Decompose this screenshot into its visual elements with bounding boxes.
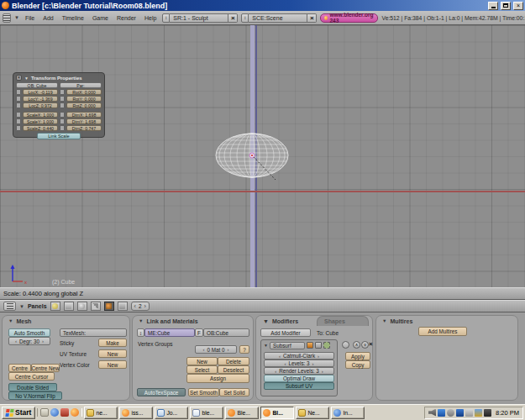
lock-toggle[interactable]	[16, 112, 21, 118]
panel-collapse-icon[interactable]: ▼	[382, 318, 386, 323]
show-desktop-icon[interactable]	[40, 408, 49, 417]
multires-panel-header[interactable]: ▼ Multires	[376, 316, 517, 326]
ie-quicklaunch-icon[interactable]	[50, 408, 59, 417]
vgroup-new-button[interactable]: New	[186, 357, 218, 365]
panel-collapse-icon[interactable]: ▼	[139, 318, 143, 323]
scene-browse-button[interactable]: ↕	[241, 13, 249, 23]
locz-field[interactable]: LocZ: 0.972	[23, 102, 58, 108]
collapse-menu-icon[interactable]: ▼	[14, 15, 19, 20]
scene-delete-button[interactable]: ×	[307, 13, 317, 23]
media-quicklaunch-icon[interactable]	[60, 408, 69, 417]
buttons-tab-stepper[interactable]: 2	[131, 302, 150, 311]
menu-game[interactable]: Game	[90, 15, 111, 21]
locy-field[interactable]: LocY: -1.369	[23, 96, 58, 102]
menu-add[interactable]: Add	[40, 15, 55, 21]
blender-version-badge[interactable]: www.blender.org 243	[320, 13, 378, 23]
lock-toggle[interactable]	[16, 96, 21, 102]
subdivided-sphere-wireframe[interactable]	[210, 128, 294, 191]
task-button[interactable]: Jo...	[155, 407, 188, 419]
ob-name-field[interactable]: OB: Cube	[16, 82, 58, 88]
optimal-draw-toggle[interactable]: Optimal Draw	[264, 375, 334, 382]
vgroup-assign-button[interactable]: Assign	[186, 374, 249, 383]
transform-properties-panel[interactable]: × ▼ Transform Properties OB: Cube Par: L…	[13, 72, 105, 138]
lock-toggle[interactable]	[60, 102, 65, 108]
vgroup-select-button[interactable]: Select	[186, 365, 218, 374]
lock-toggle[interactable]	[60, 118, 65, 124]
set-smooth-button[interactable]: Set Smooth	[188, 388, 219, 396]
no-vnormal-flip-toggle[interactable]: No V.Normal Flip	[8, 391, 62, 400]
degr-stepper[interactable]: Degr: 30	[8, 337, 50, 345]
rotz-field[interactable]: RotZ: 0.000	[66, 102, 102, 108]
tab-modifiers[interactable]: ▼ Modifiers	[256, 316, 315, 326]
screen-name-field[interactable]: SR:1 - Sculpt	[170, 13, 228, 23]
vgroup-deselect-button[interactable]: Deselect	[218, 365, 249, 374]
menu-timeline[interactable]: Timeline	[60, 15, 87, 21]
realtime-toggle-icon[interactable]	[315, 342, 322, 349]
editing-context-button[interactable]	[104, 302, 114, 311]
volume-icon[interactable]	[428, 409, 436, 417]
double-sided-toggle[interactable]: Double Sided	[8, 383, 57, 391]
editmode-toggle-icon[interactable]	[323, 342, 330, 349]
tab-shapes[interactable]: Shapes	[317, 316, 369, 326]
vertex-color-new-button[interactable]: New	[98, 360, 127, 369]
taskbar-clock[interactable]: 8:20 PM	[496, 409, 519, 417]
menu-help[interactable]: Help	[142, 15, 159, 21]
lock-toggle[interactable]	[16, 118, 21, 124]
modifier-copy-button[interactable]: Copy	[345, 360, 370, 369]
camera-icon[interactable]	[484, 409, 491, 417]
object-name-field[interactable]: OB:Cube	[203, 328, 249, 337]
roty-field[interactable]: RotY: 0.000	[66, 96, 102, 102]
fake-user-button[interactable]: F	[195, 328, 203, 337]
display-icon[interactable]	[475, 409, 482, 417]
menu-render[interactable]: Render	[114, 15, 139, 21]
task-button[interactable]: iss...	[119, 407, 153, 419]
panels-menu[interactable]: Panels	[28, 303, 47, 309]
scene-context-button[interactable]	[118, 302, 128, 311]
network-icon[interactable]	[456, 409, 464, 417]
render-toggle-icon[interactable]	[307, 342, 313, 349]
lock-toggle[interactable]	[60, 89, 65, 95]
texmesh-field[interactable]: TexMesh:	[60, 328, 127, 337]
scalez-field[interactable]: ScaleZ: 0.440	[23, 125, 58, 131]
lock-toggle[interactable]	[60, 96, 65, 102]
title-bar[interactable]: Blender [c:\Blender Tutorial\Room08.blen…	[0, 0, 525, 11]
panel-close-icon[interactable]: ×	[16, 75, 22, 81]
security-icon[interactable]	[465, 409, 473, 417]
task-button[interactable]: ble...	[190, 407, 223, 419]
close-button[interactable]: ×	[513, 2, 523, 10]
dimy-field[interactable]: DimY: 1.698	[66, 118, 102, 124]
move-up-button[interactable]: ∧	[353, 341, 360, 349]
minimize-button[interactable]	[488, 2, 498, 10]
link-scale-button[interactable]: Link Scale	[37, 133, 81, 139]
lock-toggle[interactable]	[16, 125, 21, 131]
subsurf-uv-toggle[interactable]: Subsurf UV	[264, 382, 334, 390]
autotexspace-toggle[interactable]: AutoTexSpace	[137, 388, 186, 396]
add-modifier-button[interactable]: Add Modifier	[260, 328, 311, 337]
window-type-button[interactable]	[3, 13, 11, 23]
task-button[interactable]: Ble...	[225, 407, 259, 419]
task-button-active[interactable]: Bl...	[260, 407, 294, 419]
lock-toggle[interactable]	[60, 112, 65, 118]
auto-smooth-button[interactable]: Auto Smooth	[8, 328, 50, 337]
object-context-button[interactable]	[91, 302, 101, 311]
script-context-button[interactable]	[64, 302, 74, 311]
panel-collapse-icon[interactable]: ▼	[24, 76, 29, 81]
modifier-expand-icon[interactable]: ▼	[264, 343, 268, 348]
lock-toggle[interactable]	[60, 125, 65, 131]
sticky-make-button[interactable]: Make	[98, 339, 127, 347]
dimz-field[interactable]: DimZ: 0.747	[66, 125, 102, 131]
scene-name-field[interactable]: SCE:Scene	[249, 13, 307, 23]
buttons-collapse-icon[interactable]: ▼	[19, 304, 24, 309]
firefox-quicklaunch-icon[interactable]	[71, 408, 79, 417]
lock-toggle[interactable]	[16, 89, 21, 95]
scalex-field[interactable]: ScaleX: 1.000	[23, 112, 58, 118]
mesh-browse-button[interactable]: ↕	[137, 328, 144, 337]
screen-delete-button[interactable]: ×	[228, 13, 238, 23]
uv-texture-new-button[interactable]: New	[98, 349, 127, 358]
task-button[interactable]: In...	[331, 407, 365, 419]
start-button[interactable]: Start	[2, 407, 35, 419]
mesh-name-field[interactable]: ME:Cube	[144, 328, 195, 337]
lock-toggle[interactable]	[16, 102, 21, 108]
set-solid-button[interactable]: Set Solid	[219, 388, 249, 396]
menu-file[interactable]: File	[23, 15, 37, 21]
